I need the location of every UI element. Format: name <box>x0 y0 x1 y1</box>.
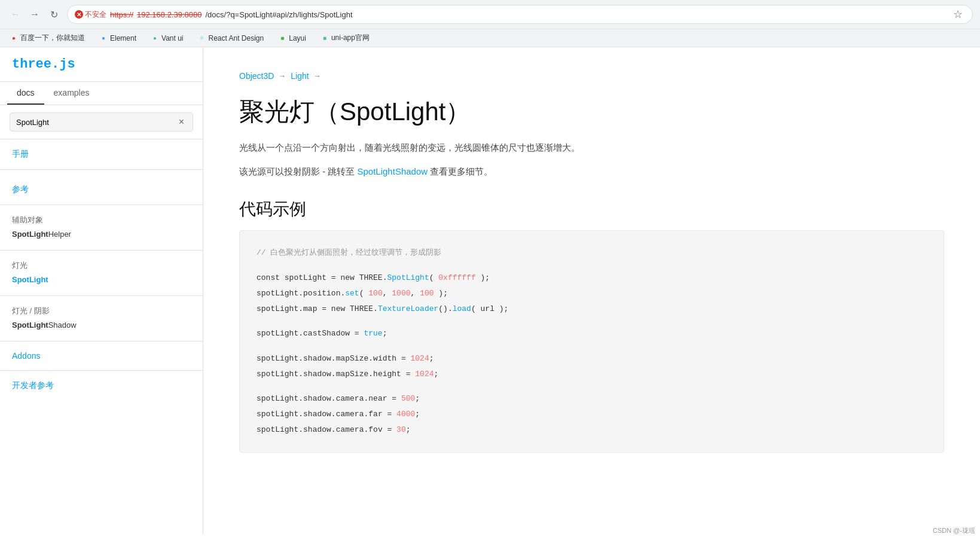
bookmark-element[interactable]: ● Element <box>97 33 139 44</box>
forward-button[interactable]: → <box>26 6 43 23</box>
bookmark-vant[interactable]: ● Vant ui <box>148 33 185 44</box>
code-100-1: 100 <box>368 289 382 298</box>
code-shadow-4: shadow <box>303 410 331 419</box>
tab-docs[interactable]: docs <box>7 82 44 105</box>
code-set-method: set <box>345 289 359 298</box>
developer-reference-link[interactable]: 开发者参考 <box>0 376 203 396</box>
spotlight-shadow-link-inline[interactable]: SpotLightShadow <box>358 166 428 176</box>
code-dot-17: . <box>331 410 336 419</box>
baidu-icon: ● <box>10 34 18 42</box>
code-semi-6: ; <box>406 425 411 434</box>
code-dot-12: . <box>368 370 373 379</box>
code-spotlight-class: SpotLight <box>387 273 429 282</box>
code-eq-7: = <box>383 410 396 419</box>
code-block: // 白色聚光灯从侧面照射，经过纹理调节，形成阴影 const spotLigh… <box>239 230 944 453</box>
code-empty-3 <box>257 341 927 351</box>
code-1024-1: 1024 <box>411 354 429 363</box>
code-fov: fov <box>368 425 382 434</box>
code-dot-16: . <box>298 410 303 419</box>
vant-icon: ● <box>151 34 159 42</box>
helper-group-label: 辅助对象 <box>12 212 191 228</box>
url-host: 192.168.2.39:8080 <box>137 10 202 19</box>
browser-toolbar: ← → ↻ ✕ 不安全 https:// 192.168.2.39:8080 /… <box>0 0 980 29</box>
code-line-1: const spotLight = new THREE.SpotLight( 0… <box>257 270 927 286</box>
code-camera-2: camera <box>336 410 364 419</box>
sidebar: three.js docs examples × 手册 参考 辅助对象 <box>0 47 203 535</box>
sidebar-tabs: docs examples <box>0 82 203 105</box>
bookmark-star-button[interactable]: ☆ <box>951 5 965 23</box>
code-section-title: 代码示例 <box>239 198 944 221</box>
bookmarks-bar: ● 百度一下，你就知道 ● Element ● Vant ui ⚛ React … <box>0 29 980 47</box>
code-true-val: true <box>364 329 382 338</box>
code-4000: 4000 <box>396 410 415 419</box>
sidebar-logo[interactable]: three.js <box>12 57 75 72</box>
lights-shadow-label: 灯光 / 阴影 <box>12 303 191 319</box>
breadcrumb-object3d[interactable]: Object3D <box>239 71 274 81</box>
bookmark-baidu[interactable]: ● 百度一下，你就知道 <box>7 32 87 44</box>
spotlight-label: SpotLight <box>12 275 48 284</box>
security-label: 不安全 <box>85 10 106 20</box>
tab-examples[interactable]: examples <box>44 82 99 105</box>
code-sl-4: spotLight <box>257 329 298 338</box>
code-far: far <box>368 410 382 419</box>
bookmark-layui-label: Layui <box>289 34 306 42</box>
code-height: height <box>373 370 401 379</box>
breadcrumb-light[interactable]: Light <box>291 71 309 81</box>
address-bar[interactable]: ✕ 不安全 https:// 192.168.2.39:8080 /docs/?… <box>67 5 973 24</box>
code-dot-9: . <box>368 354 373 363</box>
code-dot-5: . <box>373 304 378 313</box>
code-dot-8: . <box>331 354 336 363</box>
code-sl-2: spotLight <box>257 289 298 298</box>
spotlight-link[interactable]: SpotLight <box>12 273 191 286</box>
breadcrumb-arrow-2: → <box>314 72 321 80</box>
spotlight-shadow-link[interactable]: SpotLightShadow <box>12 319 191 331</box>
code-sl-9: spotLight <box>257 425 298 434</box>
code-500: 500 <box>401 394 415 403</box>
bookmark-uniapp-label: uni-app官网 <box>331 33 370 43</box>
code-new-1: new <box>340 273 359 282</box>
code-mapsize-1: mapSize <box>336 354 369 363</box>
code-paren-1: ( <box>429 273 439 282</box>
lights-shadow-group: 灯光 / 阴影 SpotLightShadow <box>0 301 203 336</box>
sidebar-reference-link[interactable]: 参考 <box>12 184 191 195</box>
code-comma-1: , <box>383 289 392 298</box>
code-eq-8: = <box>383 425 396 434</box>
nav-buttons: ← → ↻ <box>7 6 62 23</box>
code-comma-2: , <box>411 289 420 298</box>
page-title: 聚光灯（SpotLight） <box>239 95 944 129</box>
breadcrumb-arrow-1: → <box>279 72 286 80</box>
code-line-4: spotLight.castShadow = true; <box>257 326 927 341</box>
bookmark-uniapp[interactable]: ■ uni-app官网 <box>318 32 372 44</box>
spotlight-shadow-bold: SpotLight <box>12 321 48 330</box>
react-icon: ⚛ <box>198 34 206 42</box>
spotlight-helper-link[interactable]: SpotLightHelper <box>12 228 191 240</box>
search-input[interactable] <box>16 118 173 127</box>
search-close-button[interactable]: × <box>176 117 187 127</box>
reload-button[interactable]: ↻ <box>45 6 62 23</box>
search-input-box[interactable]: × <box>10 112 193 132</box>
back-button[interactable]: ← <box>7 6 24 23</box>
divider-2 <box>0 205 203 205</box>
sidebar-manual-link[interactable]: 手册 <box>12 149 191 160</box>
description-1: 光线从一个点沿一个方向射出，随着光线照射的变远，光线圆锥体的尺寸也逐渐增大。 <box>239 141 944 155</box>
code-paren-5: (). <box>438 304 452 313</box>
bookmark-layui[interactable]: ■ Layui <box>276 33 309 44</box>
url-path: /docs/?q=SpotLight#api/zh/lights/SpotLig… <box>205 10 352 19</box>
code-eq-1: = <box>326 273 340 282</box>
code-eq-6: = <box>387 394 401 403</box>
code-sl-3: spotLight <box>257 304 298 313</box>
element-icon: ● <box>99 34 108 42</box>
description-2-prefix: 该光源可以投射阴影 - 跳转至 <box>239 166 358 176</box>
browser-chrome: ← → ↻ ✕ 不安全 https:// 192.168.2.39:8080 /… <box>0 0 980 47</box>
addons-link[interactable]: Addons <box>0 346 203 365</box>
bookmark-react[interactable]: ⚛ React Ant Design <box>196 33 267 44</box>
code-shadow-3: shadow <box>303 394 331 403</box>
bookmark-element-label: Element <box>110 34 136 42</box>
code-empty-2 <box>257 317 927 327</box>
code-paren-4: ); <box>434 289 448 298</box>
code-dot-2: . <box>298 289 303 298</box>
spotlight-helper-suffix: Helper <box>48 230 71 239</box>
bookmark-react-label: React Ant Design <box>209 34 264 42</box>
bookmark-baidu-label: 百度一下，你就知道 <box>20 33 85 43</box>
layui-icon: ■ <box>278 34 286 42</box>
